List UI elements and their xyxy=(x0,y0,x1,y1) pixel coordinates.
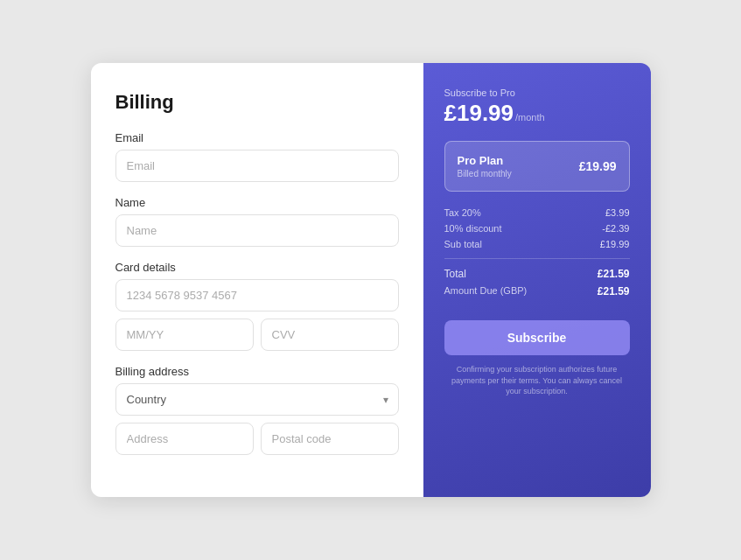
price-period: /month xyxy=(515,112,545,122)
billing-form-panel: Billing Email Name Card details Billing … xyxy=(91,63,423,497)
amount-due-row: Amount Due (GBP) £21.59 xyxy=(444,285,630,298)
billing-address-group: Billing address Country United Kingdom U… xyxy=(115,365,399,455)
billing-title: Billing xyxy=(115,91,399,114)
confirm-text: Confirming your subscription authorizes … xyxy=(444,364,630,397)
discount-line: 10% discount -£2.39 xyxy=(444,223,630,234)
country-wrapper: Country United Kingdom United States Ger… xyxy=(115,383,399,416)
card-group: Card details xyxy=(115,261,399,351)
country-select[interactable]: Country United Kingdom United States Ger… xyxy=(115,383,399,416)
email-label: Email xyxy=(115,131,399,144)
plan-box: Pro Plan Billed monthly £19.99 xyxy=(444,141,630,192)
card-row xyxy=(115,318,399,351)
plan-info: Pro Plan Billed monthly xyxy=(458,154,512,178)
name-input[interactable] xyxy=(115,214,399,247)
plan-price: £19.99 xyxy=(579,159,617,173)
address-row xyxy=(115,423,399,455)
name-label: Name xyxy=(115,196,399,209)
address-input[interactable] xyxy=(115,423,254,455)
total-label: Total xyxy=(444,268,466,280)
subscribe-label: Subscribe to Pro xyxy=(444,88,630,98)
tax-label: Tax 20% xyxy=(444,207,481,218)
line-items: Tax 20% £3.99 10% discount -£2.39 Sub to… xyxy=(444,207,630,303)
postal-input[interactable] xyxy=(261,423,399,455)
amount-label: Amount Due (GBP) xyxy=(444,285,528,298)
tax-line: Tax 20% £3.99 xyxy=(444,207,630,218)
discount-value: -£2.39 xyxy=(602,223,629,234)
cvv-input[interactable] xyxy=(261,318,399,351)
total-row: Total £21.59 xyxy=(444,268,630,280)
discount-label: 10% discount xyxy=(444,223,502,234)
billing-card: Billing Email Name Card details Billing … xyxy=(91,63,651,497)
name-group: Name xyxy=(115,196,399,247)
card-number-input[interactable] xyxy=(115,279,399,312)
price-amount: £19.99 xyxy=(444,100,514,126)
price-display: £19.99/month xyxy=(444,100,630,127)
expiry-input[interactable] xyxy=(115,318,254,351)
subtotal-value: £19.99 xyxy=(600,239,630,249)
plan-billed: Billed monthly xyxy=(458,169,512,178)
subtotal-line: Sub total £19.99 xyxy=(444,239,630,249)
billing-address-label: Billing address xyxy=(115,365,399,378)
email-group: Email xyxy=(115,131,399,182)
card-label: Card details xyxy=(115,261,399,274)
amount-value: £21.59 xyxy=(598,285,630,298)
email-input[interactable] xyxy=(115,150,399,182)
order-summary-panel: Subscribe to Pro £19.99/month Pro Plan B… xyxy=(423,63,651,497)
plan-name: Pro Plan xyxy=(458,154,512,167)
subscribe-button[interactable]: Subscribe xyxy=(444,320,630,355)
divider xyxy=(444,258,630,259)
subtotal-label: Sub total xyxy=(444,239,482,249)
total-value: £21.59 xyxy=(598,268,630,280)
tax-value: £3.99 xyxy=(605,207,630,218)
